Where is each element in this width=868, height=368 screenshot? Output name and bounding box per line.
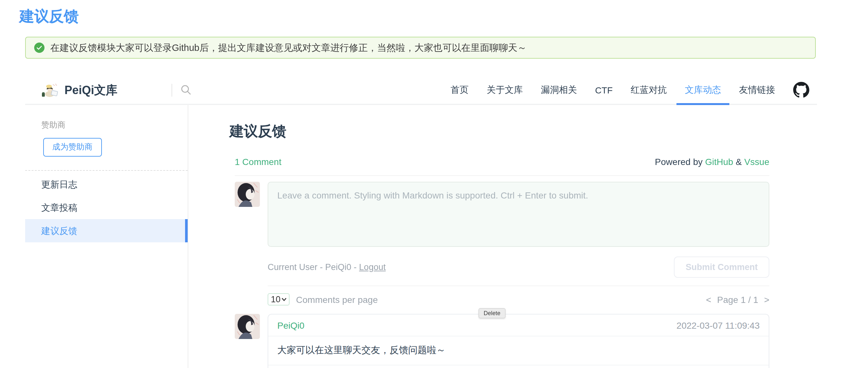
vssue-link[interactable]: Vssue <box>744 157 769 167</box>
search-icon[interactable] <box>181 85 191 95</box>
comment-body: 大家可以在这里聊天交友，反馈问题啦～ <box>268 336 769 365</box>
comment-timestamp: 2022-03-07 11:09:43 <box>677 320 760 330</box>
comment-input[interactable] <box>268 182 769 247</box>
sidebar-item-changelog[interactable]: 更新日志 <box>25 173 188 196</box>
current-user-avatar <box>235 182 260 207</box>
site-logo-icon[interactable] <box>41 82 59 98</box>
comment-card: PeiQi0 2022-03-07 11:09:43 大家可以在这里聊天交友，反… <box>268 314 769 368</box>
nav-link-vulns[interactable]: 漏洞相关 <box>541 76 577 104</box>
nav-link-home[interactable]: 首页 <box>451 76 469 104</box>
nav-link-dynamics[interactable]: 文库动态 <box>685 76 721 104</box>
current-user-text: Current User - PeiQi0 - Logout <box>268 262 385 272</box>
main-content: 建议反馈 1 Comment Powered by GitHub & Vssue… <box>188 105 868 368</box>
comment-item: Delete PeiQi0 2022-03-07 11:09:43 大家可以在这… <box>235 314 769 368</box>
per-page-value: 10 <box>271 295 281 304</box>
per-page-label: Comments per page <box>296 294 378 304</box>
nav-link-about[interactable]: 关于文库 <box>487 76 523 104</box>
current-user-prefix: Current User - PeiQi0 - <box>268 262 359 272</box>
check-circle-icon <box>34 42 44 53</box>
logout-link[interactable]: Logout <box>359 262 386 272</box>
sponsor-label: 赞助商 <box>41 120 188 131</box>
delete-tooltip: Delete <box>478 308 505 319</box>
comment-author[interactable]: PeiQi0 <box>277 320 304 330</box>
prev-page-button[interactable]: < <box>706 294 711 304</box>
nav-link-redblue[interactable]: 红蓝对抗 <box>631 76 667 104</box>
sidebar: 赞助商 成为赞助商 更新日志 文章投稿 建议反馈 <box>25 105 188 368</box>
navbar: PeiQi文库 首页 关于文库 漏洞相关 CTF 红蓝对抗 文库动态 友情链接 <box>25 76 817 105</box>
submit-comment-button[interactable]: Submit Comment <box>674 257 769 278</box>
sidebar-item-feedback[interactable]: 建议反馈 <box>25 219 188 242</box>
github-link[interactable]: GitHub <box>705 157 733 167</box>
github-icon[interactable] <box>793 82 809 98</box>
page-title: 建议反馈 <box>19 6 868 26</box>
sidebar-divider <box>25 170 188 171</box>
powered-by-prefix: Powered by <box>655 157 705 167</box>
sidebar-item-submit-article[interactable]: 文章投稿 <box>25 196 188 219</box>
editor-divider <box>268 286 769 286</box>
next-page-button[interactable]: > <box>764 294 769 304</box>
content-heading: 建议反馈 <box>229 122 868 141</box>
comments-count: 1 Comment <box>235 157 281 167</box>
navbar-links: 首页 关于文库 漏洞相关 CTF 红蓝对抗 文库动态 友情链接 <box>451 76 817 104</box>
chevron-down-icon <box>281 296 288 303</box>
page-root: 建议反馈 在建议反馈模块大家可以登录Github后，提出文库建设意见或对文章进行… <box>0 0 868 368</box>
vssue-comments-widget: 1 Comment Powered by GitHub & Vssue Curr… <box>235 157 769 368</box>
page-indicator: Page 1 / 1 <box>717 294 758 304</box>
tip-banner: 在建议反馈模块大家可以登录Github后，提出文库建设意见或对文章进行修正，当然… <box>25 37 816 59</box>
powered-by-amp: & <box>733 157 744 167</box>
nav-link-ctf[interactable]: CTF <box>595 76 613 104</box>
comment-author-avatar <box>235 314 260 339</box>
nav-link-friends[interactable]: 友情链接 <box>739 76 775 104</box>
pagination: < Page 1 / 1 > <box>706 294 769 304</box>
tip-text: 在建议反馈模块大家可以登录Github后，提出文库建设意见或对文章进行修正，当然… <box>50 41 527 54</box>
site-title[interactable]: PeiQi文库 <box>64 82 117 98</box>
per-page-select[interactable]: 10 <box>268 293 289 305</box>
powered-by: Powered by GitHub & Vssue <box>655 157 769 167</box>
become-sponsor-button[interactable]: 成为赞助商 <box>43 138 101 157</box>
navbar-divider <box>172 83 172 96</box>
